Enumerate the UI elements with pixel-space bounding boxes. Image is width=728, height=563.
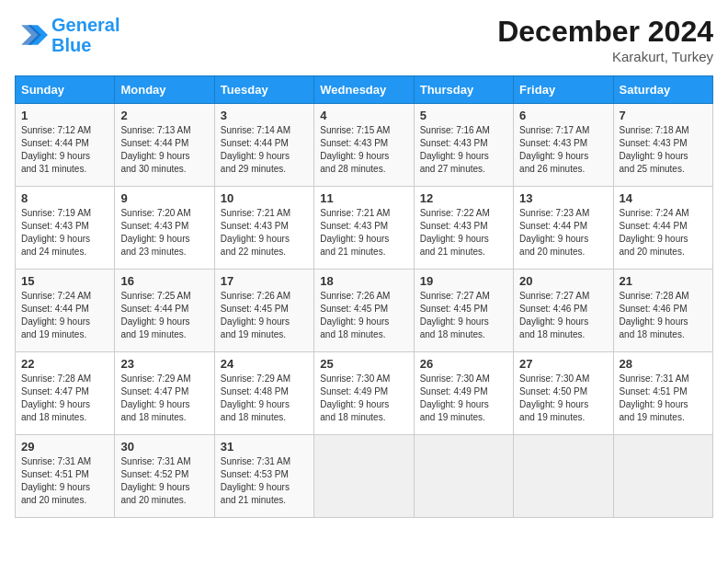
calendar-table: SundayMondayTuesdayWednesdayThursdayFrid… — [15, 75, 713, 518]
calendar-week-3: 15Sunrise: 7:24 AM Sunset: 4:44 PM Dayli… — [16, 270, 713, 352]
location: Karakurt, Turkey — [497, 49, 713, 64]
day-number: 4 — [320, 109, 407, 122]
day-number: 30 — [120, 440, 208, 454]
day-info: Sunrise: 7:24 AM Sunset: 4:44 PM Dayligh… — [620, 207, 707, 259]
calendar-cell: 8Sunrise: 7:19 AM Sunset: 4:43 PM Daylig… — [16, 187, 115, 270]
col-header-friday: Friday — [514, 76, 613, 104]
col-header-thursday: Thursday — [414, 76, 513, 104]
calendar-cell: 9Sunrise: 7:20 AM Sunset: 4:43 PM Daylig… — [115, 187, 214, 270]
calendar-cell: 18Sunrise: 7:26 AM Sunset: 4:45 PM Dayli… — [314, 270, 414, 352]
calendar-cell: 23Sunrise: 7:29 AM Sunset: 4:47 PM Dayli… — [115, 352, 214, 435]
day-number: 18 — [320, 274, 407, 288]
day-number: 14 — [620, 191, 707, 205]
day-number: 22 — [21, 357, 108, 371]
calendar-cell: 27Sunrise: 7:30 AM Sunset: 4:50 PM Dayli… — [514, 352, 613, 435]
calendar-cell: 20Sunrise: 7:27 AM Sunset: 4:46 PM Dayli… — [514, 270, 613, 352]
day-info: Sunrise: 7:29 AM Sunset: 4:47 PM Dayligh… — [120, 373, 208, 424]
day-number: 5 — [420, 109, 507, 122]
calendar-cell: 11Sunrise: 7:21 AM Sunset: 4:43 PM Dayli… — [314, 187, 414, 270]
calendar-cell: 5Sunrise: 7:16 AM Sunset: 4:43 PM Daylig… — [414, 104, 513, 187]
day-number: 1 — [21, 109, 108, 122]
day-info: Sunrise: 7:18 AM Sunset: 4:43 PM Dayligh… — [620, 124, 707, 176]
calendar-body: 1Sunrise: 7:12 AM Sunset: 4:44 PM Daylig… — [16, 104, 713, 518]
calendar-cell: 12Sunrise: 7:22 AM Sunset: 4:43 PM Dayli… — [414, 187, 513, 270]
day-number: 12 — [420, 191, 507, 205]
day-info: Sunrise: 7:31 AM Sunset: 4:51 PM Dayligh… — [620, 373, 707, 424]
calendar-cell — [514, 435, 613, 518]
calendar-cell: 31Sunrise: 7:31 AM Sunset: 4:53 PM Dayli… — [214, 435, 313, 518]
day-number: 3 — [221, 109, 308, 122]
day-info: Sunrise: 7:27 AM Sunset: 4:46 PM Dayligh… — [519, 290, 607, 341]
logo-icon — [15, 18, 48, 52]
calendar-cell: 19Sunrise: 7:27 AM Sunset: 4:45 PM Dayli… — [414, 270, 513, 352]
day-number: 11 — [320, 191, 407, 205]
day-info: Sunrise: 7:31 AM Sunset: 4:51 PM Dayligh… — [21, 455, 108, 507]
month-title: December 2024 — [497, 15, 713, 49]
day-info: Sunrise: 7:17 AM Sunset: 4:43 PM Dayligh… — [519, 124, 607, 176]
calendar-cell: 10Sunrise: 7:21 AM Sunset: 4:43 PM Dayli… — [214, 187, 313, 270]
day-number: 28 — [620, 357, 707, 371]
day-info: Sunrise: 7:27 AM Sunset: 4:45 PM Dayligh… — [420, 290, 507, 341]
day-info: Sunrise: 7:25 AM Sunset: 4:44 PM Dayligh… — [120, 290, 208, 341]
logo-text: GeneralBlue — [51, 15, 119, 55]
day-number: 16 — [120, 274, 208, 288]
calendar-header-row: SundayMondayTuesdayWednesdayThursdayFrid… — [16, 76, 713, 104]
day-info: Sunrise: 7:15 AM Sunset: 4:43 PM Dayligh… — [320, 124, 407, 176]
day-number: 10 — [221, 191, 308, 205]
calendar-cell — [314, 435, 414, 518]
day-number: 27 — [519, 357, 607, 371]
col-header-saturday: Saturday — [613, 76, 712, 104]
day-info: Sunrise: 7:16 AM Sunset: 4:43 PM Dayligh… — [420, 124, 507, 176]
calendar-cell: 1Sunrise: 7:12 AM Sunset: 4:44 PM Daylig… — [16, 104, 115, 187]
calendar-cell: 22Sunrise: 7:28 AM Sunset: 4:47 PM Dayli… — [16, 352, 115, 435]
day-info: Sunrise: 7:22 AM Sunset: 4:43 PM Dayligh… — [420, 207, 507, 259]
day-info: Sunrise: 7:31 AM Sunset: 4:53 PM Dayligh… — [221, 455, 308, 507]
day-number: 20 — [519, 274, 607, 288]
day-info: Sunrise: 7:31 AM Sunset: 4:52 PM Dayligh… — [120, 455, 208, 507]
calendar-cell: 2Sunrise: 7:13 AM Sunset: 4:44 PM Daylig… — [115, 104, 214, 187]
col-header-sunday: Sunday — [16, 76, 115, 104]
day-number: 17 — [221, 274, 308, 288]
day-info: Sunrise: 7:23 AM Sunset: 4:44 PM Dayligh… — [519, 207, 607, 259]
day-number: 6 — [519, 109, 607, 122]
day-info: Sunrise: 7:26 AM Sunset: 4:45 PM Dayligh… — [320, 290, 407, 341]
day-info: Sunrise: 7:30 AM Sunset: 4:50 PM Dayligh… — [519, 373, 607, 424]
day-info: Sunrise: 7:21 AM Sunset: 4:43 PM Dayligh… — [320, 207, 407, 259]
calendar-cell: 29Sunrise: 7:31 AM Sunset: 4:51 PM Dayli… — [16, 435, 115, 518]
calendar-cell: 4Sunrise: 7:15 AM Sunset: 4:43 PM Daylig… — [314, 104, 414, 187]
calendar-week-5: 29Sunrise: 7:31 AM Sunset: 4:51 PM Dayli… — [16, 435, 713, 518]
day-info: Sunrise: 7:19 AM Sunset: 4:43 PM Dayligh… — [21, 207, 108, 259]
day-info: Sunrise: 7:28 AM Sunset: 4:47 PM Dayligh… — [21, 373, 108, 424]
day-number: 8 — [21, 191, 108, 205]
day-number: 25 — [320, 357, 407, 371]
calendar-cell: 17Sunrise: 7:26 AM Sunset: 4:45 PM Dayli… — [214, 270, 313, 352]
day-info: Sunrise: 7:24 AM Sunset: 4:44 PM Dayligh… — [21, 290, 108, 341]
title-block: December 2024 Karakurt, Turkey — [497, 15, 713, 64]
col-header-monday: Monday — [115, 76, 214, 104]
day-info: Sunrise: 7:29 AM Sunset: 4:48 PM Dayligh… — [221, 373, 308, 424]
day-number: 26 — [420, 357, 507, 371]
calendar-cell: 13Sunrise: 7:23 AM Sunset: 4:44 PM Dayli… — [514, 187, 613, 270]
day-number: 7 — [620, 109, 707, 122]
day-number: 24 — [221, 357, 308, 371]
calendar-cell: 3Sunrise: 7:14 AM Sunset: 4:44 PM Daylig… — [214, 104, 313, 187]
calendar-cell: 16Sunrise: 7:25 AM Sunset: 4:44 PM Dayli… — [115, 270, 214, 352]
calendar-cell: 6Sunrise: 7:17 AM Sunset: 4:43 PM Daylig… — [514, 104, 613, 187]
day-number: 19 — [420, 274, 507, 288]
day-info: Sunrise: 7:13 AM Sunset: 4:44 PM Dayligh… — [120, 124, 208, 176]
calendar-cell: 24Sunrise: 7:29 AM Sunset: 4:48 PM Dayli… — [214, 352, 313, 435]
day-info: Sunrise: 7:12 AM Sunset: 4:44 PM Dayligh… — [21, 124, 108, 176]
calendar-cell: 14Sunrise: 7:24 AM Sunset: 4:44 PM Dayli… — [613, 187, 712, 270]
calendar-cell: 28Sunrise: 7:31 AM Sunset: 4:51 PM Dayli… — [613, 352, 712, 435]
calendar-cell — [613, 435, 712, 518]
calendar-cell: 7Sunrise: 7:18 AM Sunset: 4:43 PM Daylig… — [613, 104, 712, 187]
calendar-week-1: 1Sunrise: 7:12 AM Sunset: 4:44 PM Daylig… — [16, 104, 713, 187]
day-number: 21 — [620, 274, 707, 288]
day-number: 31 — [221, 440, 308, 454]
day-info: Sunrise: 7:28 AM Sunset: 4:46 PM Dayligh… — [620, 290, 707, 341]
calendar-cell: 30Sunrise: 7:31 AM Sunset: 4:52 PM Dayli… — [115, 435, 214, 518]
logo: GeneralBlue — [15, 15, 119, 55]
col-header-wednesday: Wednesday — [314, 76, 414, 104]
day-number: 29 — [21, 440, 108, 454]
calendar-week-2: 8Sunrise: 7:19 AM Sunset: 4:43 PM Daylig… — [16, 187, 713, 270]
